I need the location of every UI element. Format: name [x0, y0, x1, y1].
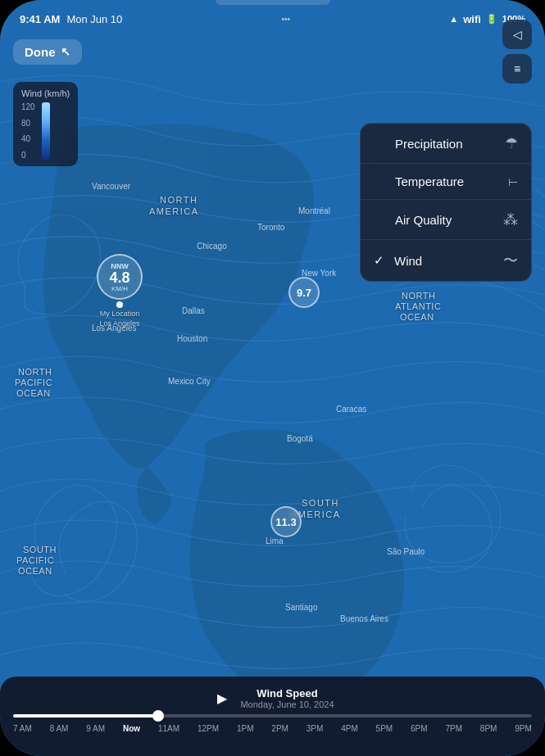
done-button[interactable]: Done ↖ — [13, 39, 82, 65]
scale-0: 0 — [21, 151, 35, 160]
time-label-8am: 8 AM — [50, 724, 69, 733]
timeline-track[interactable] — [13, 714, 532, 718]
wind-speed-main: 4.8 — [109, 270, 129, 285]
map-background — [0, 0, 545, 756]
wind-checkmark: ✓ — [374, 253, 384, 268]
battery-icon: 🔋 — [486, 14, 497, 25]
time-label-1pm: 1PM — [237, 724, 254, 733]
signal-icon: ▲ — [449, 14, 458, 24]
done-label: Done — [25, 45, 56, 59]
time-label-6pm: 6PM — [411, 724, 428, 733]
temperature-icon: ⊢ — [508, 175, 518, 188]
wind-unit-main: KM/H — [111, 285, 128, 292]
color-bar — [42, 102, 50, 160]
time-label-11am: 11AM — [158, 724, 179, 733]
wind-pin-main[interactable]: NNW 4.8 KM/H My Location Los Angeles — [97, 254, 143, 328]
wind-pin-city: Los Angeles — [99, 319, 139, 328]
status-date: Mon Jun 10 — [66, 13, 122, 25]
menu-item-wind[interactable]: ✓ Wind 〜 — [361, 240, 531, 281]
time-label-8pm: 8PM — [480, 724, 497, 733]
timeline-bar: ▶ Wind Speed Monday, June 10, 2024 7 AM … — [0, 677, 545, 756]
scale-80: 80 — [21, 119, 35, 128]
timeline-header: ▶ Wind Speed Monday, June 10, 2024 — [13, 686, 532, 709]
center-dots: ••• — [253, 15, 319, 24]
time-label-4pm: 4PM — [341, 724, 358, 733]
legend-scale: 120 80 40 0 — [21, 102, 35, 160]
precipitation-label: Precipitation — [395, 137, 463, 151]
air-quality-label: Air Quality — [395, 213, 452, 227]
cursor-icon: ↖ — [61, 45, 70, 58]
timeline-date: Monday, June 10, 2024 — [240, 699, 334, 709]
wind-pin-sublabel: My Location — [100, 310, 140, 318]
wind-circle-lima[interactable]: 11.3 — [270, 506, 302, 537]
wind-speed-lima: 11.3 — [275, 516, 296, 528]
wind-legend-bar: 120 80 40 0 — [21, 102, 70, 160]
top-right-buttons: ◁ ≡ — [502, 20, 532, 84]
time-label-now: Now — [123, 724, 140, 733]
wind-circle-newyork[interactable]: 9.7 — [288, 277, 320, 308]
time-label-12pm: 12PM — [198, 724, 219, 733]
time-label-7am: 7 AM — [13, 724, 32, 733]
time-label-9pm: 9PM — [515, 724, 532, 733]
time-label-9am: 9 AM — [86, 724, 105, 733]
play-button[interactable]: ▶ — [211, 686, 234, 709]
play-icon: ▶ — [217, 690, 227, 706]
wind-label: Wind — [394, 254, 422, 268]
device-frame: 9:41 AM Mon Jun 10 ••• ▲ wifi 🔋 100% Don… — [0, 0, 545, 756]
precipitation-icon: ☂ — [505, 134, 518, 152]
wind-legend: Wind (km/h) 120 80 40 0 — [13, 82, 78, 166]
menu-item-precipitation[interactable]: Precipitation ☂ — [361, 124, 531, 164]
timeline-title-block: Wind Speed Monday, June 10, 2024 — [240, 687, 334, 709]
wifi-icon: wifi — [463, 13, 481, 25]
top-bar: Done ↖ ◁ ≡ — [0, 31, 545, 72]
scale-120: 120 — [21, 102, 35, 111]
timeline-title: Wind Speed — [240, 687, 334, 699]
menu-item-temperature[interactable]: Temperature ⊢ — [361, 164, 531, 200]
time-label-7pm: 7PM — [445, 724, 462, 733]
scale-40: 40 — [21, 134, 35, 143]
temperature-label: Temperature — [395, 174, 464, 188]
layer-dropdown: Precipitation ☂ Temperature ⊢ Air Qualit… — [360, 123, 532, 282]
timeline-fill — [13, 714, 158, 718]
wind-icon: 〜 — [503, 251, 518, 270]
air-quality-icon: ⁂ — [503, 211, 518, 229]
device-notch — [216, 0, 330, 5]
time-label-3pm: 3PM — [307, 724, 324, 733]
timeline-thumb — [152, 710, 164, 722]
time-label-2pm: 2PM — [271, 724, 288, 733]
wind-bubble-main: NNW 4.8 KM/H — [97, 254, 143, 300]
location-button[interactable]: ◁ — [502, 20, 532, 49]
wind-legend-title: Wind (km/h) — [21, 88, 70, 98]
layers-icon: ≡ — [514, 62, 520, 75]
time-label-5pm: 5PM — [376, 724, 393, 733]
layers-button[interactable]: ≡ — [502, 54, 532, 84]
wind-speed-newyork: 9.7 — [297, 287, 311, 299]
status-time: 9:41 AM — [20, 13, 60, 25]
wind-direction-main: NNW — [111, 262, 129, 270]
menu-item-air-quality[interactable]: Air Quality ⁂ — [361, 200, 531, 240]
location-icon: ◁ — [513, 28, 522, 41]
wind-pin-dot-main — [116, 301, 123, 308]
timeline-labels: 7 AM 8 AM 9 AM Now 11AM 12PM 1PM 2PM 3PM… — [13, 724, 532, 733]
